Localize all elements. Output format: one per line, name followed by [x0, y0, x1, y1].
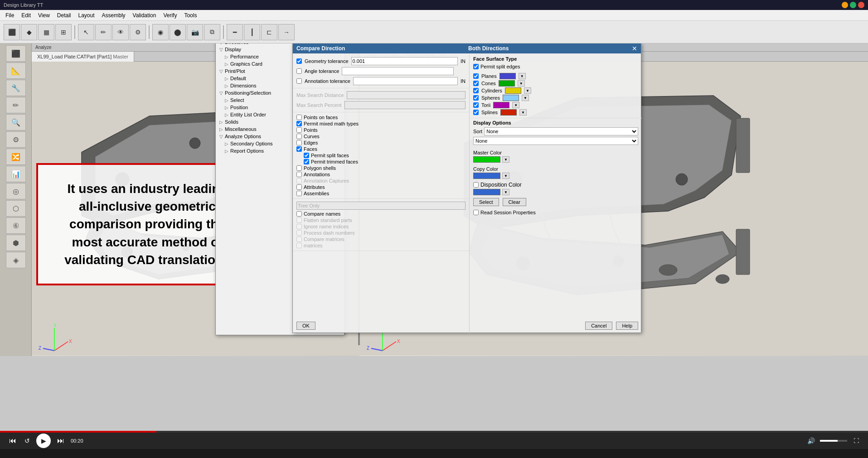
- compare-names-check[interactable]: [296, 211, 302, 217]
- menu-tools[interactable]: Tools: [180, 11, 200, 19]
- volume-icon[interactable]: 🔊: [806, 436, 815, 445]
- geometry-tolerance-check[interactable]: [296, 58, 302, 64]
- cylinders-color-btn[interactable]: ▼: [524, 87, 531, 94]
- menu-edit[interactable]: Edit: [18, 11, 34, 19]
- geometry-tolerance-input[interactable]: [351, 57, 458, 65]
- sidebar-icon-9[interactable]: ◎: [6, 183, 26, 199]
- angle-tolerance-check[interactable]: [296, 68, 302, 74]
- torii-color-btn[interactable]: ▼: [512, 102, 519, 108]
- points-check[interactable]: [296, 127, 302, 133]
- tb-grid-btn[interactable]: ⊞: [55, 24, 72, 40]
- help-button[interactable]: Help: [616, 322, 638, 330]
- play-pause-button[interactable]: ▶: [36, 434, 51, 448]
- tb-chart-btn[interactable]: ◉: [152, 24, 169, 40]
- annotation-tolerance-check[interactable]: [296, 78, 302, 84]
- faces-check[interactable]: [296, 146, 302, 152]
- tb-copy-btn[interactable]: ⧉: [204, 24, 220, 40]
- sidebar-icon-13[interactable]: ◈: [6, 252, 26, 268]
- edges-check[interactable]: [296, 140, 302, 145]
- skip-fwd-button[interactable]: ⏭: [55, 436, 66, 446]
- assemblies-check[interactable]: [296, 191, 302, 196]
- compare-dialog-close[interactable]: ✕: [632, 45, 637, 52]
- video-progress-bar[interactable]: [0, 431, 868, 433]
- menu-layout[interactable]: Layout: [75, 11, 98, 19]
- planes-color-btn[interactable]: ▼: [519, 73, 526, 79]
- master-color-btn[interactable]: ▼: [502, 156, 509, 163]
- rewind-button[interactable]: ⏮: [7, 436, 18, 446]
- sidebar-icon-6[interactable]: ⚙: [6, 131, 26, 148]
- max-search-percent-input[interactable]: [344, 101, 466, 109]
- splines-check[interactable]: [473, 110, 479, 115]
- tb-gear-btn[interactable]: ⚙: [130, 24, 146, 40]
- tb-pen-btn[interactable]: ✏: [95, 24, 112, 40]
- sidebar-icon-3[interactable]: 🔧: [6, 80, 26, 96]
- cylinders-color-swatch[interactable]: [505, 87, 521, 94]
- annotation-tolerance-input[interactable]: [353, 77, 458, 85]
- annotations-check[interactable]: [296, 172, 302, 177]
- menu-validation[interactable]: Validation: [129, 11, 160, 19]
- select-button[interactable]: Select: [473, 198, 499, 206]
- cones-check[interactable]: [473, 81, 479, 86]
- view-left-tab[interactable]: XL99_Load Plate:CATPart [Part1] Master: [32, 52, 134, 62]
- sidebar-icon-11[interactable]: ⑥: [6, 217, 26, 234]
- polygon-shells-check[interactable]: [296, 165, 302, 171]
- cylinders-check[interactable]: [473, 88, 479, 93]
- points-on-faces-check[interactable]: [296, 115, 302, 120]
- angle-tolerance-input[interactable]: [342, 67, 454, 75]
- clear-button[interactable]: Clear: [503, 198, 526, 206]
- master-color-swatch[interactable]: [473, 156, 500, 163]
- splines-color-swatch[interactable]: [500, 109, 517, 116]
- tb-camera-btn[interactable]: 📷: [187, 24, 203, 40]
- maximize-button[interactable]: [850, 2, 856, 8]
- tb-layers-btn[interactable]: ▦: [38, 24, 54, 40]
- highlight-select[interactable]: None All Changed: [473, 137, 638, 145]
- tb-bracket-btn[interactable]: ⊏: [261, 24, 277, 40]
- copy-color-swatch[interactable]: [473, 173, 500, 179]
- tree-only-input[interactable]: [296, 202, 466, 210]
- fullscreen-icon[interactable]: ⛶: [852, 436, 861, 445]
- cones-color-swatch[interactable]: [499, 80, 515, 87]
- tb-line-h-btn[interactable]: ━: [227, 24, 243, 40]
- sidebar-icon-2[interactable]: 📐: [6, 63, 26, 79]
- cancel-button[interactable]: Cancel: [585, 322, 612, 330]
- attributes-check[interactable]: [296, 184, 302, 190]
- max-search-distance-input[interactable]: [347, 91, 466, 99]
- tb-stop-btn[interactable]: ⬤: [170, 24, 186, 40]
- permit-trimmed-faces-check[interactable]: [304, 159, 309, 164]
- curves-check[interactable]: [296, 134, 302, 139]
- tb-pointer-btn[interactable]: ↖: [78, 24, 94, 40]
- sidebar-icon-5[interactable]: 🔍: [6, 114, 26, 130]
- planes-check[interactable]: [473, 73, 479, 79]
- minimize-button[interactable]: [842, 2, 848, 8]
- sort-select[interactable]: None Name Color: [484, 127, 638, 135]
- planes-color-swatch[interactable]: [499, 73, 516, 79]
- splines-color-btn[interactable]: ▼: [519, 109, 527, 116]
- sidebar-icon-1[interactable]: ⬛: [6, 45, 26, 62]
- torii-color-swatch[interactable]: [493, 102, 509, 108]
- sidebar-icon-4[interactable]: ✏: [6, 97, 26, 113]
- copy-color-btn[interactable]: ▼: [502, 173, 509, 179]
- tb-arrow-btn[interactable]: →: [278, 24, 295, 40]
- permit-split-faces-check[interactable]: [304, 153, 309, 158]
- spheres-check[interactable]: [473, 95, 479, 101]
- sidebar-icon-12[interactable]: ⬢: [6, 235, 26, 251]
- volume-slider[interactable]: [820, 440, 847, 442]
- menu-view[interactable]: View: [34, 11, 53, 19]
- tb-cube-btn[interactable]: ⬛: [4, 24, 20, 40]
- close-button[interactable]: [858, 2, 864, 8]
- disposition-color-check[interactable]: [473, 182, 479, 188]
- menu-verify[interactable]: Verify: [160, 11, 180, 19]
- cones-color-btn[interactable]: ▼: [518, 80, 525, 87]
- tb-line-v-btn[interactable]: ┃: [244, 24, 260, 40]
- menu-assembly[interactable]: Assembly: [98, 11, 129, 19]
- sidebar-icon-8[interactable]: 📊: [6, 166, 26, 182]
- sidebar-icon-10[interactable]: ⬡: [6, 200, 26, 217]
- disposition-color-swatch[interactable]: [473, 189, 500, 195]
- permit-mixed-check[interactable]: [296, 121, 302, 126]
- spheres-color-swatch[interactable]: [503, 95, 519, 101]
- permit-split-edges-check[interactable]: [473, 64, 479, 69]
- read-session-check[interactable]: [473, 210, 479, 215]
- menu-file[interactable]: File: [2, 11, 18, 19]
- skip-back-button[interactable]: ↺: [23, 436, 32, 445]
- torii-check[interactable]: [473, 102, 479, 108]
